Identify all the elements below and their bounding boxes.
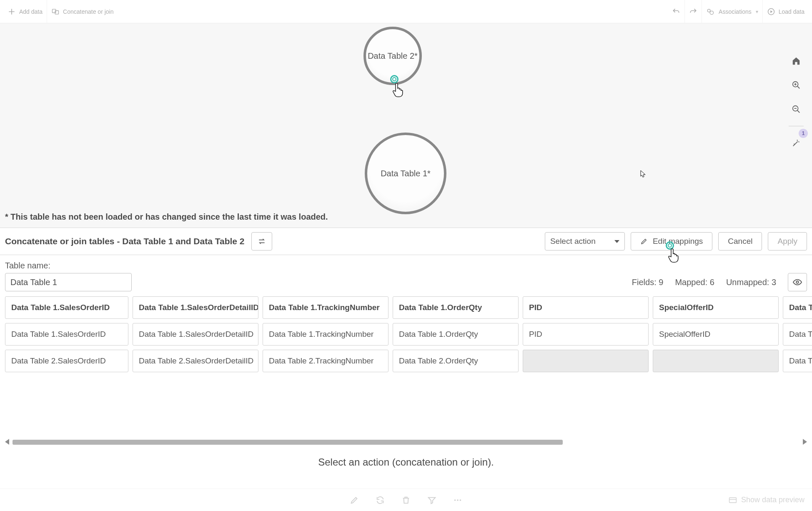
add-data-label: Add data: [19, 8, 43, 15]
scroll-thumb[interactable]: [13, 440, 563, 445]
top-toolbar: Add data Concatenate or join: [0, 0, 812, 23]
mapping-cell-empty[interactable]: [653, 350, 779, 372]
bubbles-icon: [706, 8, 714, 16]
mapping-cell[interactable]: Data Table 1.OrderQty: [393, 323, 519, 346]
chevron-down-icon: ▾: [756, 9, 758, 15]
add-data-button[interactable]: Add data: [3, 0, 47, 23]
apply-label: Apply: [777, 237, 797, 246]
undo-button[interactable]: [668, 0, 685, 23]
redo-button[interactable]: [685, 0, 702, 23]
table-bubble-data-table-2[interactable]: Data Table 2*: [363, 27, 422, 85]
instruction-text: Select an action (concatenation or join)…: [0, 445, 812, 472]
zoom-out-button[interactable]: [788, 101, 804, 118]
swap-tables-button[interactable]: [251, 232, 272, 250]
edit-mappings-button[interactable]: Edit mappings: [631, 232, 712, 250]
concatenate-join-label: Concatenate or join: [63, 8, 113, 15]
select-action-dropdown[interactable]: Select action: [545, 232, 625, 250]
mapping-grid: Data Table 1.SalesOrderID Data Table 1.S…: [0, 296, 812, 445]
play-circle-icon: [767, 8, 775, 16]
show-data-preview-button[interactable]: Show data preview: [729, 496, 804, 504]
column-header[interactable]: Data Table 1.OrderQty: [393, 296, 519, 319]
table-name-label: Table name:: [5, 261, 50, 271]
svg-point-7: [796, 281, 799, 283]
table-bubble-data-table-1[interactable]: Data Table 1*: [365, 133, 446, 214]
zoom-in-button[interactable]: [788, 77, 804, 93]
concatenate-join-button[interactable]: Concatenate or join: [47, 0, 118, 23]
redo-icon: [689, 8, 697, 16]
svg-point-9: [457, 499, 459, 501]
preview-toggle-button[interactable]: [788, 273, 807, 291]
filter-icon[interactable]: [427, 496, 436, 505]
associations-button[interactable]: Associations ▾: [702, 0, 763, 23]
refresh-icon[interactable]: [376, 496, 385, 505]
horizontal-scrollbar[interactable]: [5, 439, 807, 445]
canvas-footnote: * This table has not been loaded or has …: [5, 208, 328, 228]
mapping-cell[interactable]: PID: [523, 323, 649, 346]
svg-point-8: [454, 499, 456, 501]
column-header[interactable]: PID: [523, 296, 649, 319]
mapping-cell[interactable]: SpecialOfferID: [653, 323, 779, 346]
mapping-cell[interactable]: Data Table 1.TrackingNumber: [263, 323, 388, 346]
mapping-cell[interactable]: Data Table 2.OrderQty: [393, 350, 519, 372]
plus-icon: [8, 8, 16, 16]
badge-count: 1: [799, 129, 808, 138]
mapping-cell[interactable]: Data Table 2.TrackingNumber: [263, 350, 388, 372]
mapped-label: Mapped:: [675, 278, 709, 287]
mapping-cell[interactable]: Data Ta: [783, 323, 812, 346]
load-data-button[interactable]: Load data: [763, 0, 809, 23]
column-header[interactable]: SpecialOfferID: [653, 296, 779, 319]
canvas[interactable]: Data Table 2* Data Table 1* 1 * This tab…: [0, 23, 812, 228]
bottom-toolbar: Show data preview: [0, 488, 812, 511]
mapping-cell[interactable]: Data Table 2.SalesOrderDetailID: [133, 350, 258, 372]
unmapped-label: Unmapped:: [726, 278, 772, 287]
load-data-label: Load data: [779, 8, 804, 15]
mapping-cell[interactable]: Data Table 2.SalesOrderID: [5, 350, 128, 372]
action-title: Concatenate or join tables - Data Table …: [5, 236, 245, 246]
tables-icon: [51, 8, 60, 16]
mapping-cell-empty[interactable]: [523, 350, 649, 372]
svg-point-2: [707, 9, 710, 12]
fields-value: 9: [659, 278, 663, 287]
canvas-tool-strip: 1: [786, 53, 806, 151]
home-button[interactable]: [788, 53, 804, 69]
apply-button[interactable]: Apply: [768, 232, 807, 250]
select-action-label: Select action: [550, 237, 596, 246]
svg-rect-11: [729, 498, 737, 503]
column-header[interactable]: Data Table 1.SalesOrderDetailID: [133, 296, 258, 319]
trash-icon[interactable]: [401, 496, 411, 505]
mapping-cell[interactable]: Data Ta: [783, 350, 812, 372]
arrow-cursor-icon: [640, 170, 646, 178]
unmapped-value: 3: [772, 278, 776, 287]
action-bar: Concatenate or join tables - Data Table …: [0, 228, 812, 255]
scroll-right-icon[interactable]: [803, 439, 807, 445]
bubble-label: Data Table 1*: [381, 169, 431, 178]
mapping-cell[interactable]: Data Table 1.SalesOrderID: [5, 323, 128, 346]
fields-label: Fields:: [632, 278, 659, 287]
more-icon[interactable]: [453, 496, 462, 505]
recommendations-button[interactable]: 1: [788, 135, 804, 151]
undo-icon: [672, 8, 680, 16]
mapping-cell[interactable]: Data Table 1.SalesOrderDetailID: [133, 323, 258, 346]
scroll-left-icon[interactable]: [5, 439, 9, 445]
table-name-input[interactable]: [5, 273, 132, 291]
svg-point-10: [460, 499, 461, 501]
cancel-label: Cancel: [728, 237, 752, 246]
svg-point-3: [710, 11, 713, 14]
edit-mappings-label: Edit mappings: [653, 237, 703, 246]
associations-label: Associations: [719, 8, 752, 15]
column-header[interactable]: Data Table 1.TrackingNumber: [263, 296, 388, 319]
bubble-label: Data Table 2*: [368, 51, 418, 61]
field-counts: Fields: 9 Mapped: 6 Unmapped: 3: [632, 273, 807, 291]
column-header[interactable]: Data Ta: [783, 296, 812, 319]
strip-divider: [789, 126, 804, 126]
caret-down-icon: [614, 240, 619, 243]
cancel-button[interactable]: Cancel: [718, 232, 762, 250]
show-data-preview-label: Show data preview: [741, 496, 804, 504]
edit-icon[interactable]: [350, 496, 359, 505]
mapped-value: 6: [710, 278, 714, 287]
column-header[interactable]: Data Table 1.SalesOrderID: [5, 296, 128, 319]
